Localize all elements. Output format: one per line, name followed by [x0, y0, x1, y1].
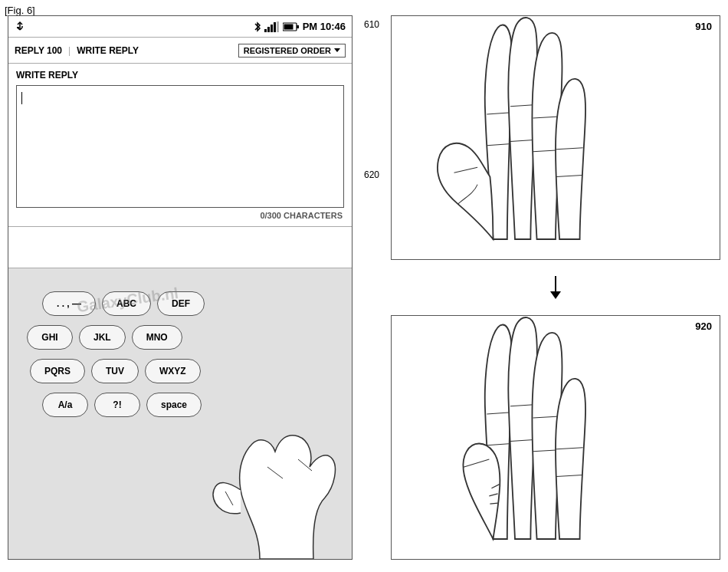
hand-box-920: 920	[391, 315, 720, 560]
figure-label: [Fig. 6]	[5, 5, 35, 16]
dropdown-arrow-icon	[334, 48, 340, 52]
key-pqrs-label: PQRS	[44, 366, 71, 376]
registered-order-dropdown[interactable]: REGISTERED ORDER	[238, 44, 346, 58]
text-area-box[interactable]	[16, 85, 344, 208]
battery-icon	[283, 22, 300, 31]
phone-panel: PM 10:46 610 REPLY 100 | WRITE REPLY REG…	[8, 15, 353, 560]
status-icons-left	[15, 21, 25, 33]
keyboard-panel: . . , — ABC DEF GHI JKL MNO PQRS	[8, 268, 352, 559]
key-row-3: PQRS TUV WXYZ	[30, 359, 341, 383]
key-row-4: A/a ?! space	[42, 393, 341, 417]
status-bar: PM 10:46 610	[8, 16, 352, 38]
key-mno-label: MNO	[146, 332, 168, 343]
reply-label: REPLY 100	[15, 45, 62, 56]
svg-rect-4	[21, 26, 23, 28]
key-row-2: GHI JKL MNO	[27, 325, 341, 350]
right-panel: 910	[391, 15, 720, 560]
key-def[interactable]: DEF	[157, 291, 205, 316]
key-ghi-label: GHI	[41, 332, 57, 343]
ref-920: 920	[695, 321, 712, 332]
text-cursor	[21, 92, 22, 104]
svg-rect-3	[17, 27, 19, 28]
svg-line-15	[225, 491, 233, 505]
key-jkl-label: JKL	[93, 332, 111, 343]
signal-icon	[264, 21, 280, 32]
svg-rect-7	[271, 25, 273, 32]
svg-line-14	[298, 459, 312, 471]
arrow-container	[391, 272, 720, 303]
key-space[interactable]: space	[146, 393, 202, 417]
svg-rect-5	[264, 29, 267, 32]
key-aa-label: A/a	[58, 399, 73, 410]
svg-rect-12	[284, 24, 293, 29]
svg-rect-6	[267, 27, 270, 32]
key-pqrs[interactable]: PQRS	[30, 359, 85, 383]
write-reply-section: WRITE REPLY 0/300 CHARACTERS	[8, 64, 352, 227]
arrow-line	[555, 276, 556, 291]
key-tuv[interactable]: TUV	[91, 359, 139, 383]
svg-rect-8	[274, 22, 276, 32]
hand-svg-920	[392, 316, 720, 559]
key-space-label: space	[161, 399, 187, 410]
dropdown-label: REGISTERED ORDER	[244, 46, 331, 55]
key-wxyz[interactable]: WXYZ	[145, 359, 201, 383]
key-jkl[interactable]: JKL	[79, 325, 126, 350]
key-def-label: DEF	[172, 298, 190, 309]
key-abc[interactable]: ABC	[102, 291, 151, 316]
ref-610: 610	[364, 19, 379, 30]
key-punct2[interactable]: ?!	[94, 393, 140, 417]
status-time: PM 10:46	[303, 21, 346, 32]
key-punct2-label: ?!	[113, 399, 121, 410]
hand-svg-910	[392, 16, 720, 259]
key-wxyz-label: WXYZ	[159, 366, 186, 376]
svg-line-13	[267, 467, 283, 478]
nav-divider: |	[68, 45, 71, 56]
section-title: WRITE REPLY	[16, 70, 344, 81]
key-tuv-label: TUV	[106, 366, 124, 376]
ref-910: 910	[695, 21, 712, 32]
key-punctuation-label: . . , —	[57, 298, 81, 309]
status-icons-right: PM 10:46	[254, 21, 346, 33]
nav-bar: REPLY 100 | WRITE REPLY REGISTERED ORDER	[8, 38, 352, 64]
ref-620: 620	[364, 169, 379, 180]
key-mno[interactable]: MNO	[132, 325, 182, 350]
hand-box-910: 910	[391, 15, 720, 260]
write-reply-nav-label: WRITE REPLY	[77, 45, 139, 56]
key-punctuation[interactable]: . . , —	[42, 291, 96, 316]
usb-icon	[15, 21, 25, 33]
down-arrow	[550, 276, 561, 299]
char-count: 0/300 CHARACTERS	[16, 211, 344, 220]
finger-overlay	[198, 314, 352, 559]
key-ghi[interactable]: GHI	[27, 325, 73, 350]
bluetooth-icon	[254, 21, 261, 33]
arrow-head-icon	[550, 291, 561, 299]
svg-rect-11	[297, 25, 299, 28]
key-row-1: . . , — ABC DEF	[42, 291, 341, 316]
key-aa[interactable]: A/a	[42, 393, 88, 417]
key-abc-label: ABC	[116, 298, 136, 309]
svg-rect-9	[277, 21, 279, 32]
